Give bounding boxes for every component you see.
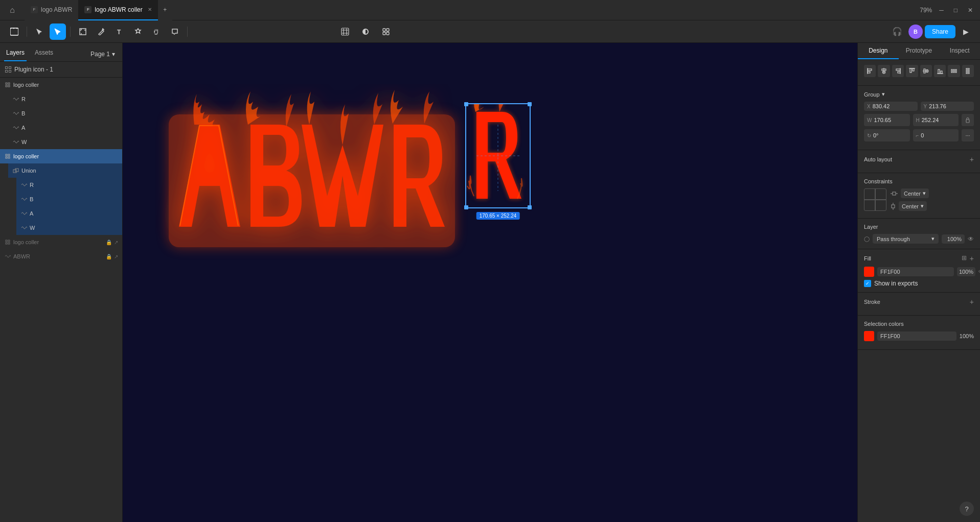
fill-add-button[interactable]: + bbox=[970, 254, 974, 263]
layer-name: logo coller bbox=[13, 153, 118, 159]
component-link-icon-abwr: ↗ bbox=[114, 254, 118, 259]
svg-rect-17 bbox=[8, 83, 10, 84]
layer-icon-dots-3 bbox=[4, 239, 11, 246]
page-dropdown[interactable]: Page 1 ▾ bbox=[87, 47, 118, 61]
fill-opacity-value[interactable]: 100% bbox=[957, 267, 975, 276]
page-dropdown-icon: ▾ bbox=[112, 51, 115, 58]
svg-rect-25 bbox=[15, 169, 18, 172]
layer-item-W-2[interactable]: W bbox=[16, 221, 122, 235]
select-tool[interactable] bbox=[31, 23, 48, 40]
layer-name: A bbox=[21, 125, 118, 131]
show-in-exports-checkbox[interactable]: ✓ bbox=[864, 280, 871, 287]
align-bottom-button[interactable] bbox=[934, 65, 946, 77]
help-button[interactable]: ? bbox=[960, 502, 974, 516]
auto-layout-add-icon[interactable]: + bbox=[970, 155, 974, 163]
lock-ratio-button[interactable] bbox=[962, 114, 974, 126]
rotation-field[interactable]: ↻ 0° bbox=[864, 129, 910, 141]
tab-close-icon[interactable]: ✕ bbox=[148, 7, 152, 12]
y-field[interactable]: Y 213.76 bbox=[921, 102, 974, 111]
layer-item-B-1[interactable]: B bbox=[8, 106, 122, 121]
group-section: Group ▾ X 830.42 Y 213.76 W 170. bbox=[858, 86, 980, 150]
constraint-visual: + bbox=[864, 188, 886, 211]
wave-icon-r2 bbox=[20, 181, 28, 188]
layer-item-logo-coller-3[interactable]: logo coller 🔒 ↗ bbox=[0, 235, 122, 249]
tab-logo-abwr[interactable]: F logo ABWR bbox=[25, 0, 78, 20]
more-options-button[interactable]: ··· bbox=[962, 129, 974, 141]
svg-rect-10 bbox=[383, 32, 385, 35]
distribute-v-button[interactable] bbox=[962, 65, 974, 77]
selection-color-swatch[interactable] bbox=[864, 331, 874, 341]
layer-label: Layer bbox=[864, 224, 878, 230]
layer-item-W-1[interactable]: W bbox=[8, 135, 122, 149]
tab-inspect[interactable]: Inspect bbox=[939, 43, 980, 59]
layer-item-logo-coller-2[interactable]: logo coller bbox=[0, 149, 122, 163]
minimize-icon[interactable]: ─ bbox=[936, 5, 947, 16]
fill-hex-input[interactable]: FF1F00 bbox=[877, 267, 954, 276]
fill-color-swatch[interactable] bbox=[864, 267, 874, 277]
home-icon[interactable]: ⌂ bbox=[4, 2, 20, 18]
fill-grid-icon[interactable]: ⊞ bbox=[962, 254, 967, 263]
layer-item-logo-coller-1[interactable]: logo coller bbox=[0, 78, 122, 92]
plugin-grid-icon bbox=[5, 66, 11, 73]
close-icon[interactable]: ✕ bbox=[965, 5, 976, 16]
svg-rect-30 bbox=[169, 114, 455, 247]
tab-logo-abwr-coller[interactable]: F logo ABWR coller ✕ bbox=[78, 0, 157, 20]
stroke-section: Stroke + bbox=[858, 293, 980, 316]
w-field[interactable]: W 170.65 bbox=[864, 114, 910, 126]
v-constraint-row: Center ▾ bbox=[891, 201, 974, 211]
layer-item-R-1[interactable]: R bbox=[8, 92, 122, 106]
headphones-icon[interactable]: 🎧 bbox=[892, 27, 902, 36]
tab-assets[interactable]: Assets bbox=[33, 47, 55, 61]
layer-name: B bbox=[21, 110, 118, 116]
svg-rect-27 bbox=[8, 240, 10, 242]
layer-item-R-2[interactable]: R bbox=[16, 178, 122, 192]
fill-row: FF1F00 100% 👁 − bbox=[864, 267, 974, 277]
play-button[interactable]: ▶ bbox=[958, 23, 974, 40]
main-menu-button[interactable] bbox=[6, 23, 22, 40]
share-button[interactable]: Share bbox=[925, 25, 955, 38]
h-value: 252.24 bbox=[922, 117, 939, 123]
tab-prototype[interactable]: Prototype bbox=[899, 43, 940, 59]
layer-item-A-1[interactable]: A bbox=[8, 121, 122, 135]
tab-layers[interactable]: Layers bbox=[4, 47, 27, 61]
align-top-button[interactable] bbox=[906, 65, 918, 77]
layer-icon-dots-2 bbox=[4, 153, 11, 160]
move-tool[interactable] bbox=[50, 23, 66, 40]
distribute-h-button[interactable] bbox=[948, 65, 960, 77]
canvas[interactable]: 170.65 × 252.24 bbox=[123, 43, 857, 522]
layer-item-ABWR[interactable]: ABWR 🔒 ↗ bbox=[0, 249, 122, 264]
x-field[interactable]: X 830.42 bbox=[864, 102, 918, 111]
stroke-add-button[interactable]: + bbox=[970, 298, 974, 306]
pen-tool[interactable] bbox=[93, 23, 109, 40]
text-tool[interactable]: T bbox=[111, 23, 128, 40]
tab-add[interactable]: + bbox=[158, 0, 172, 20]
selection-color-hex[interactable] bbox=[877, 331, 956, 341]
corner-field[interactable]: ⌐ 0 bbox=[913, 129, 959, 141]
plugins-button[interactable] bbox=[378, 23, 394, 40]
group-dropdown-icon[interactable]: ▾ bbox=[882, 91, 885, 98]
h-constraint-select[interactable]: Center ▾ bbox=[901, 188, 929, 198]
component-tool[interactable] bbox=[130, 23, 146, 40]
align-left-button[interactable] bbox=[864, 65, 876, 77]
tab-icon-2: F bbox=[84, 6, 92, 13]
theme-toggle[interactable] bbox=[357, 23, 374, 40]
tab-design[interactable]: Design bbox=[858, 43, 899, 59]
align-right-button[interactable] bbox=[892, 65, 904, 77]
svg-rect-24 bbox=[13, 170, 16, 173]
layer-item-B-2[interactable]: B bbox=[16, 192, 122, 206]
h-field[interactable]: H 252.24 bbox=[913, 114, 959, 126]
layer-opacity-field[interactable]: 100% bbox=[942, 234, 965, 244]
hand-tool[interactable] bbox=[148, 23, 165, 40]
align-center-h-button[interactable] bbox=[878, 65, 890, 77]
frame-tool[interactable] bbox=[75, 23, 91, 40]
align-middle-button[interactable] bbox=[920, 65, 932, 77]
right-panel: Design Prototype Inspect bbox=[857, 43, 980, 522]
layer-mode-select[interactable]: Pass through ▾ bbox=[873, 234, 939, 244]
layer-item-union[interactable]: Union bbox=[8, 163, 122, 178]
maximize-icon[interactable]: □ bbox=[951, 5, 961, 16]
layer-visibility-toggle[interactable]: 👁 bbox=[968, 235, 974, 243]
v-constraint-select[interactable]: Center ▾ bbox=[899, 201, 927, 211]
layer-item-A-2[interactable]: A bbox=[16, 206, 122, 221]
comment-tool[interactable] bbox=[167, 23, 183, 40]
grid-toggle[interactable] bbox=[337, 23, 353, 40]
